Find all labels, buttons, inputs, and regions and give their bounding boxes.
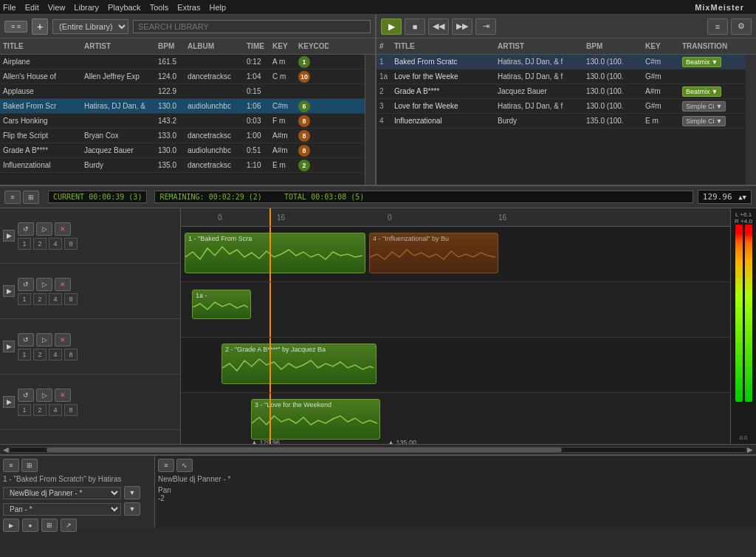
playlist-row[interactable]: 3 Love for the Weeke Hatiras, DJ Dan, & … (377, 99, 746, 114)
library-row[interactable]: Grade A B**** Jacquez Bauer 130.0 audiol… (0, 143, 365, 158)
library-dropdown[interactable]: (Entire Library) (52, 19, 128, 34)
track-ctrl-4-3[interactable]: 4 (49, 404, 62, 416)
track-ctrl-1-2[interactable]: 1 (18, 349, 31, 360)
bottom-right-wave-icon[interactable]: ∿ (176, 459, 193, 472)
track-ctrl-1[interactable]: 1 (18, 238, 31, 250)
bottom-plugin-expand[interactable]: ▼ (124, 486, 140, 499)
playlist-settings-icon[interactable]: ⚙ (731, 18, 752, 35)
track-ctrl-loop-1a[interactable]: ↺ (18, 278, 34, 291)
playlist-row[interactable]: 1a Love for the Weeke Hatiras, DJ Dan, &… (377, 69, 746, 84)
fast-forward-button[interactable]: ▶▶ (452, 18, 472, 35)
menu-tools[interactable]: Tools (150, 3, 169, 12)
bottom-record-icon[interactable]: ● (22, 519, 38, 532)
track-ctrl-2-2[interactable]: 2 (33, 349, 47, 360)
lib-cell-bpm: 130.0 (155, 102, 185, 110)
pl-cell-trans: Beatmix ▼ (679, 57, 738, 67)
timeline-settings-icon[interactable]: ⊞ (23, 191, 39, 204)
stop-button[interactable]: ■ (405, 18, 425, 35)
menu-edit[interactable]: Edit (25, 3, 39, 12)
track-ctrl-remove-1a[interactable]: ✕ (55, 278, 71, 291)
bottom-plugin-select[interactable]: NewBlue dj Panner - * (3, 487, 121, 499)
track-ctrl-8-1a[interactable]: 8 (64, 293, 78, 305)
bottom-param-select[interactable]: Pan - * (3, 503, 121, 516)
play-button[interactable]: ▶ (381, 18, 402, 35)
track-ctrl-1-1a[interactable]: 1 (18, 293, 31, 305)
waveblock-4[interactable]: 4 - "Influenzational" by Bu (369, 233, 498, 273)
track-ctrl-4-2[interactable]: 4 (49, 349, 62, 360)
menu-extras[interactable]: Extras (177, 3, 200, 12)
timeline-canvas[interactable]: 0 16 0 16 1 - "Baked From Scra (181, 208, 730, 444)
lib-cell-keycode: 6 (295, 100, 329, 112)
bottom-right-list-icon[interactable]: ≡ (158, 459, 174, 472)
track-ctrl-cue-1a[interactable]: ▷ (36, 278, 52, 291)
track-ctrl-cue-2[interactable]: ▷ (36, 333, 52, 346)
bottom-add-icon[interactable]: ⊞ (41, 519, 58, 532)
timeline-track-2: 2 - "Grade A B****" by Jacquez Ba (181, 338, 730, 393)
library-row[interactable]: Cars Honking 143.2 0:03 F m 8 (0, 114, 365, 129)
vu-value: 0.0 (739, 434, 747, 441)
search-input[interactable] (133, 20, 371, 33)
playlist-row[interactable]: 2 Grade A B**** Jacquez Bauer 130.0 (100… (377, 84, 746, 99)
track-ctrl-remove-3[interactable]: ✕ (55, 389, 71, 402)
scroll-thumb[interactable] (47, 448, 563, 452)
timeline-scrollbar[interactable]: ◀ ▶ (0, 444, 756, 454)
scroll-left-arrow[interactable]: ◀ (3, 445, 9, 454)
track-ctrl-8-3[interactable]: 8 (64, 404, 78, 416)
playlist-row[interactable]: 1 Baked From Scratc Hatiras, DJ Dan, & f… (377, 55, 746, 69)
timeline-list-icon[interactable]: ≡ (4, 191, 21, 204)
track-expand-2[interactable]: ▶ (3, 341, 15, 352)
track-ctrl-cue[interactable]: ▷ (36, 222, 52, 236)
menu-library[interactable]: Library (74, 3, 99, 12)
track-ctrl-loop-3[interactable]: ↺ (18, 389, 34, 402)
track-ctrl-loop[interactable]: ↺ (18, 222, 34, 236)
waveblock-1[interactable]: 1 - "Baked From Scra (185, 233, 365, 273)
library-row[interactable]: Influenzational Burdy 135.0 dancetracksc… (0, 158, 365, 173)
menu-help[interactable]: Help (210, 3, 227, 12)
track-expand-3[interactable]: ▶ (3, 396, 15, 408)
track-ctrl-2[interactable]: 2 (33, 238, 47, 250)
pl-cell-trans: Simple Ci ▼ (679, 101, 738, 112)
lib-cell-key: C#m (269, 102, 295, 110)
track-ctrl-4[interactable]: 4 (49, 238, 62, 250)
library-row[interactable]: Applause 122.9 0:15 (0, 84, 365, 99)
eject-button[interactable]: ⇥ (475, 18, 496, 35)
library-scrollbar[interactable] (365, 55, 375, 185)
bottom-param-expand[interactable]: ▼ (124, 502, 140, 516)
playlist-row[interactable]: 4 Influenzational Burdy 135.0 (100. E m … (377, 114, 746, 129)
bpm-marker-1: ▲ 129.96 (251, 439, 280, 444)
track-ctrl-8-2[interactable]: 8 (64, 349, 78, 360)
bottom-list-icon[interactable]: ≡ (3, 459, 19, 472)
menu-file[interactable]: File (3, 3, 16, 12)
library-row[interactable]: Allen's House of Allen Jeffrey Exp 124.0… (0, 69, 365, 84)
bottom-export-icon[interactable]: ↗ (61, 519, 77, 532)
track-ctrl-2-1a[interactable]: 2 (33, 293, 47, 305)
track-expand-1[interactable]: ▶ (3, 230, 15, 242)
library-row[interactable]: Baked From Scr Hatiras, DJ Dan, & 130.0 … (0, 99, 365, 114)
library-row[interactable]: Airplane 161.5 0:12 A m 1 (0, 55, 365, 69)
lib-cell-time: 1:04 (244, 72, 269, 81)
track-ctrl-4-1a[interactable]: 4 (49, 293, 62, 305)
track-ctrl-remove[interactable]: ✕ (55, 222, 71, 236)
menu-playback[interactable]: Playback (108, 3, 141, 12)
list-view-icon[interactable]: ≡ ≡ (4, 21, 27, 33)
track-ctrl-loop-2[interactable]: ↺ (18, 333, 34, 346)
scroll-track[interactable] (9, 447, 747, 453)
playlist-scrollbar[interactable] (746, 55, 756, 185)
scroll-right-arrow[interactable]: ▶ (747, 445, 753, 454)
track-ctrl-8[interactable]: 8 (64, 238, 78, 250)
bottom-play-icon[interactable]: ▶ (3, 519, 19, 532)
menu-view[interactable]: View (48, 3, 66, 12)
track-ctrl-cue-3[interactable]: ▷ (36, 389, 52, 402)
rewind-button[interactable]: ◀◀ (428, 18, 449, 35)
track-ctrl-1-3[interactable]: 1 (18, 404, 31, 416)
add-track-button[interactable]: + (32, 18, 48, 35)
waveblock-2[interactable]: 2 - "Grade A B****" by Jacquez Ba (221, 344, 377, 384)
track-ctrl-remove-2[interactable]: ✕ (55, 333, 71, 346)
bottom-settings-icon[interactable]: ⊞ (21, 459, 38, 472)
playlist-view-icon[interactable]: ≡ (707, 18, 728, 35)
track-expand-1a[interactable]: ▶ (3, 285, 15, 297)
waveblock-1a[interactable]: 1a - (192, 290, 251, 319)
track-ctrl-2-3[interactable]: 2 (33, 404, 47, 416)
library-row[interactable]: Flip the Script Bryan Cox 133.0 dancetra… (0, 129, 365, 143)
lib-cell-time: 0:03 (244, 117, 269, 125)
